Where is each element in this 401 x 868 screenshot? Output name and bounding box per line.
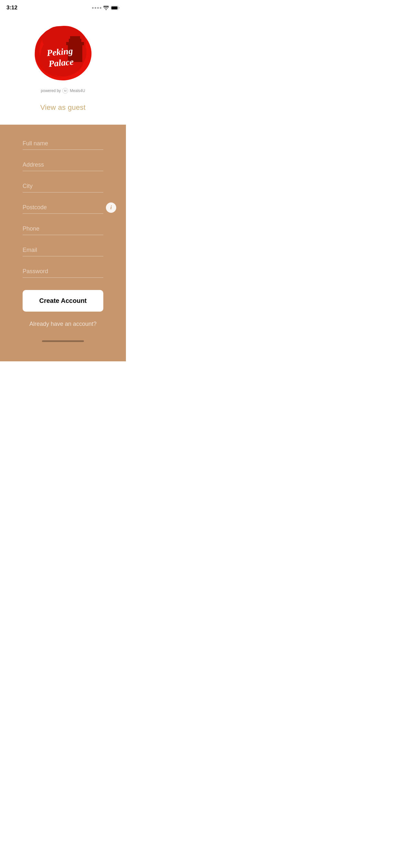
postcode-input[interactable] xyxy=(23,202,103,214)
postcode-info-button[interactable]: i xyxy=(106,203,116,213)
status-bar: 3:12 xyxy=(0,0,126,13)
svg-rect-8 xyxy=(70,36,80,39)
svg-rect-1 xyxy=(112,6,118,9)
logo-container: Peking Palace xyxy=(31,20,95,85)
city-field xyxy=(23,180,103,192)
password-field xyxy=(23,266,103,278)
form-section: i Create Account Already have an account… xyxy=(0,125,126,361)
address-field xyxy=(23,159,103,171)
battery-icon xyxy=(111,6,120,10)
powered-by-service: Meals4U xyxy=(70,89,85,93)
status-time: 3:12 xyxy=(6,4,18,11)
powered-by: powered by M Meals4U xyxy=(41,88,85,94)
phone-field xyxy=(23,223,103,235)
top-section: Peking Palace powered by M Meals4U View … xyxy=(0,13,126,125)
svg-rect-11 xyxy=(77,48,79,62)
logo-svg: Peking Palace xyxy=(31,20,95,85)
svg-rect-12 xyxy=(81,48,82,62)
full-name-field xyxy=(23,137,103,150)
home-indicator xyxy=(42,340,84,342)
already-have-account-link[interactable]: Already have an account? xyxy=(23,321,103,328)
phone-input[interactable] xyxy=(23,223,103,235)
postcode-field: i xyxy=(23,202,103,214)
email-field xyxy=(23,244,103,256)
password-input[interactable] xyxy=(23,266,103,278)
wifi-icon xyxy=(103,6,109,10)
view-as-guest-link[interactable]: View as guest xyxy=(40,103,86,112)
powered-by-label: powered by xyxy=(41,89,61,93)
signal-dots-icon xyxy=(92,7,101,9)
create-account-button[interactable]: Create Account xyxy=(23,290,103,312)
status-icons xyxy=(92,6,120,10)
city-input[interactable] xyxy=(23,180,103,192)
address-input[interactable] xyxy=(23,159,103,171)
info-icon: i xyxy=(111,205,112,211)
email-input[interactable] xyxy=(23,244,103,256)
meals4u-icon: M xyxy=(62,88,68,94)
full-name-input[interactable] xyxy=(23,137,103,150)
